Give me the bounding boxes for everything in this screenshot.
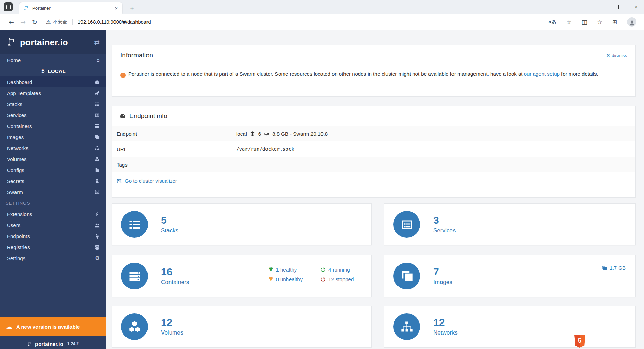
- close-icon: ✕: [606, 53, 610, 58]
- container-statuses: ♥ 1 healthy ♥ 0 unhealthy 4 running 12 s…: [269, 267, 354, 282]
- sidebar-item-home[interactable]: Home ⌂: [0, 54, 106, 65]
- stopped-status: 12 stopped: [320, 276, 354, 282]
- endpoint-url-value: /var/run/docker.sock: [236, 146, 294, 152]
- cubes-icon: [95, 157, 100, 162]
- server-icon: [95, 124, 100, 129]
- layer-group-icon: [250, 131, 255, 136]
- sidebar-item-networks[interactable]: Networks: [0, 142, 106, 154]
- security-label: 不安全: [53, 19, 67, 25]
- sidebar-item-swarm[interactable]: Swarm: [0, 187, 106, 198]
- user-secret-icon: [95, 179, 100, 184]
- stacks-widget[interactable]: 5 Stacks: [112, 203, 372, 245]
- sidebar-item-configs[interactable]: Configs: [0, 165, 106, 176]
- rocket-icon: [95, 91, 100, 96]
- services-widget[interactable]: 3 Services: [384, 203, 636, 245]
- sidebar-collapse-icon[interactable]: ⇄: [94, 38, 100, 46]
- sidebar-item-settings[interactable]: Settings ⚙: [0, 253, 106, 264]
- sitemap-icon: [95, 146, 100, 151]
- cogs-icon: ⚙: [95, 255, 100, 261]
- sidebar-item-endpoints[interactable]: Endpoints: [0, 231, 106, 242]
- file-icon: [95, 168, 100, 173]
- footer-version: 1.24.2: [67, 341, 79, 346]
- sidebar-endpoint-local: ⚓ LOCAL: [0, 65, 106, 76]
- endpoint-name: local: [236, 131, 247, 137]
- favorites-icon[interactable]: ☆: [597, 19, 602, 25]
- endpoint-meta: 8.8 GB - Swarm 20.10.8: [272, 131, 328, 137]
- split-screen-icon[interactable]: ◫: [581, 19, 587, 25]
- sitemap-icon: [393, 313, 420, 340]
- images-widget[interactable]: 7 Images 1.7 GB: [384, 255, 636, 297]
- networks-widget[interactable]: 12 Networks: [384, 306, 636, 348]
- new-tab-button[interactable]: +: [127, 3, 137, 13]
- dismiss-button[interactable]: ✕ dismiss: [606, 53, 627, 58]
- stacks-label: Stacks: [161, 227, 178, 234]
- volumes-widget[interactable]: 12 Volumes: [112, 306, 372, 348]
- information-message: !Portainer is connected to a node that i…: [120, 70, 609, 78]
- workspace-icon[interactable]: [4, 2, 13, 11]
- sidebar-item-services[interactable]: Services: [0, 109, 106, 120]
- sidebar-item-users[interactable]: Users: [0, 220, 106, 231]
- sidebar-item-dashboard[interactable]: Dashboard: [0, 76, 106, 87]
- update-banner[interactable]: ☁ A new version is available: [0, 317, 106, 336]
- tab-title: Portainer: [32, 6, 113, 11]
- object-group-icon: [95, 190, 100, 195]
- collections-icon[interactable]: ⊞: [612, 19, 617, 25]
- browser-toolbar: ← → ↻ ⚠ 不安全 192.168.0.110:9000/#/dashboa…: [0, 14, 644, 30]
- sidebar-item-volumes[interactable]: Volumes: [0, 154, 106, 165]
- browser-tab[interactable]: Portainer ×: [19, 2, 122, 14]
- sidebar: portainer.io ⇄ Home ⌂ ⚓ LOCAL Dashboard …: [0, 30, 106, 349]
- sidebar-logo-text: portainer.io: [20, 38, 68, 47]
- cluster-visualizer-link[interactable]: Go to cluster visualizer: [117, 178, 177, 184]
- sidebar-item-app-templates[interactable]: App Templates: [0, 87, 106, 98]
- footer-brand: portainer.io: [35, 341, 63, 347]
- list-icon: [95, 102, 100, 107]
- bolt-icon: [95, 212, 100, 217]
- sidebar-logo: portainer.io ⇄: [0, 30, 106, 54]
- object-group-icon: [117, 178, 122, 183]
- services-count: 3: [433, 215, 456, 226]
- window-minimize-button[interactable]: [597, 0, 612, 14]
- sidebar-item-registries[interactable]: Registries: [0, 242, 106, 253]
- portainer-favicon: [23, 5, 29, 11]
- sidebar-item-secrets[interactable]: Secrets: [0, 176, 106, 187]
- address-url[interactable]: 192.168.0.110:9000/#/dashboard: [78, 19, 151, 25]
- stacks-count: 5: [161, 215, 178, 226]
- agent-setup-link[interactable]: our agent setup: [524, 71, 560, 77]
- favorite-star-icon[interactable]: ☆: [566, 19, 571, 25]
- containers-widget[interactable]: 16 Containers ♥ 1 healthy ♥ 0 unhealthy …: [112, 255, 372, 297]
- unhealthy-status: ♥ 0 unhealthy: [269, 276, 303, 282]
- table-row-tags: Tags: [112, 157, 635, 172]
- warning-icon: ⚠: [46, 19, 51, 25]
- security-chip[interactable]: ⚠ 不安全: [46, 19, 67, 25]
- containers-label: Containers: [161, 279, 189, 286]
- sidebar-item-stacks[interactable]: Stacks: [0, 98, 106, 109]
- list-icon: [121, 211, 148, 238]
- healthy-status: ♥ 1 healthy: [269, 267, 303, 273]
- back-button[interactable]: ←: [6, 16, 17, 28]
- window-maximize-button[interactable]: [612, 0, 628, 14]
- profile-avatar[interactable]: [627, 17, 636, 27]
- layer-count: 6: [258, 131, 261, 137]
- power-icon: [320, 277, 326, 282]
- sidebar-item-extensions[interactable]: Extensions: [0, 209, 106, 220]
- sidebar-item-images[interactable]: Images: [0, 131, 106, 142]
- main-content: Information ✕ dismiss !Portainer is conn…: [106, 30, 644, 349]
- disk-icon: [601, 265, 607, 271]
- sidebar-section-settings: SETTINGS: [0, 198, 106, 209]
- tab-close-icon[interactable]: ×: [113, 5, 120, 12]
- translate-icon[interactable]: aあ: [549, 19, 556, 25]
- portainer-footer-logo-icon: [27, 341, 32, 347]
- running-status: 4 running: [320, 267, 354, 273]
- window-close-button[interactable]: ×: [628, 0, 644, 14]
- plug-icon: [95, 234, 100, 239]
- sidebar-item-containers[interactable]: Containers: [0, 120, 106, 131]
- images-label: Images: [433, 279, 452, 286]
- endpoint-table: Endpoint local 6 8.8 GB - Swarm 20.10.8 …: [112, 126, 635, 172]
- person-icon: [628, 19, 636, 27]
- networks-label: Networks: [433, 329, 458, 336]
- warning-circle-icon: !: [120, 73, 126, 78]
- divider: [120, 64, 627, 64]
- reload-button[interactable]: ↻: [29, 16, 41, 28]
- forward-button[interactable]: →: [17, 16, 29, 28]
- cloud-download-icon: ☁: [6, 322, 12, 331]
